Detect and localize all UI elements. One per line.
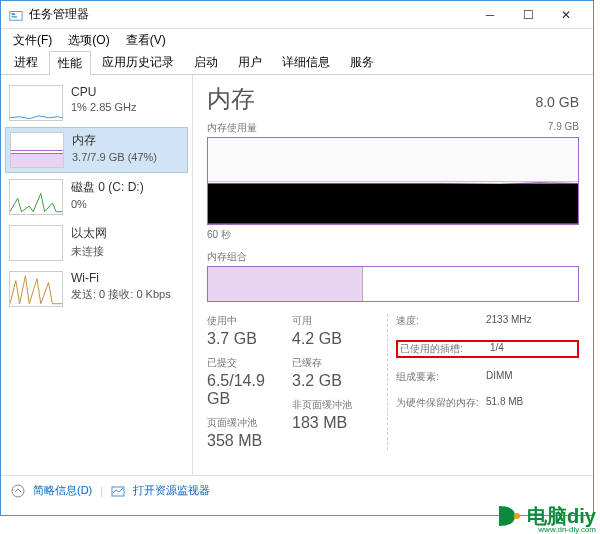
tab-services[interactable]: 服务 — [341, 50, 383, 74]
svg-rect-2 — [12, 15, 17, 17]
svg-point-6 — [514, 513, 520, 519]
usage-chart-max: 7.9 GB — [548, 121, 579, 135]
tab-startup[interactable]: 启动 — [185, 50, 227, 74]
sidebar: CPU1% 2.85 GHz 内存3.7/7.9 GB (47%) 磁盘 0 (… — [1, 75, 193, 475]
svg-rect-3 — [208, 184, 578, 224]
slots-label: 已使用的插槽: — [400, 342, 490, 356]
minimize-button[interactable]: ─ — [471, 2, 509, 28]
avail-label: 可用 — [292, 314, 387, 328]
slots-value: 1/4 — [490, 342, 504, 356]
memory-composition-chart — [207, 266, 579, 302]
cpu-thumb — [9, 85, 63, 121]
window-controls: ─ ☐ ✕ — [471, 2, 585, 28]
sidebar-item-sub: 未连接 — [71, 244, 184, 259]
open-resmon-link[interactable]: 打开资源监视器 — [133, 483, 210, 498]
watermark-url: www.dn-diy.com — [538, 525, 596, 534]
tab-users[interactable]: 用户 — [229, 50, 271, 74]
cached-value: 3.2 GB — [292, 372, 387, 390]
disk-thumb — [9, 179, 63, 215]
menu-file[interactable]: 文件(F) — [7, 30, 58, 51]
inuse-label: 使用中 — [207, 314, 292, 328]
paged-value: 358 MB — [207, 432, 292, 450]
sidebar-item-label: CPU — [71, 85, 184, 99]
sidebar-item-memory[interactable]: 内存3.7/7.9 GB (47%) — [5, 127, 188, 173]
maximize-button[interactable]: ☐ — [509, 2, 547, 28]
sidebar-item-label: Wi-Fi — [71, 271, 184, 285]
ethernet-thumb — [9, 225, 63, 261]
x-axis-label: 60 秒 — [207, 228, 579, 242]
menu-options[interactable]: 选项(O) — [62, 30, 115, 51]
memory-usage-chart — [207, 137, 579, 225]
nonpaged-label: 非页面缓冲池 — [292, 398, 387, 412]
wifi-thumb — [9, 271, 63, 307]
committed-value: 6.5/14.9 GB — [207, 372, 292, 408]
sidebar-item-cpu[interactable]: CPU1% 2.85 GHz — [5, 81, 188, 125]
paged-label: 页面缓冲池 — [207, 416, 292, 430]
main-panel: 内存 8.0 GB 内存使用量7.9 GB 60 秒 内存组合 使用中3.7 G… — [193, 75, 593, 475]
total-memory: 8.0 GB — [535, 94, 579, 110]
slots-row-highlighted: 已使用的插槽:1/4 — [396, 340, 579, 358]
sidebar-item-sub: 1% 2.85 GHz — [71, 101, 184, 113]
page-title: 内存 — [207, 83, 255, 115]
tab-app-history[interactable]: 应用历史记录 — [93, 50, 183, 74]
reserved-value: 51.8 MB — [486, 396, 523, 410]
task-manager-window: 任务管理器 ─ ☐ ✕ 文件(F) 选项(O) 查看(V) 进程 性能 应用历史… — [0, 0, 594, 516]
window-title: 任务管理器 — [29, 6, 471, 23]
separator: | — [100, 485, 103, 497]
speed-value: 2133 MHz — [486, 314, 532, 328]
svg-point-4 — [12, 485, 24, 497]
form-label: 组成要素: — [396, 370, 486, 384]
cached-label: 已缓存 — [292, 356, 387, 370]
reserved-label: 为硬件保留的内存: — [396, 396, 486, 410]
tab-performance[interactable]: 性能 — [49, 51, 91, 75]
sidebar-item-label: 磁盘 0 (C: D:) — [71, 179, 184, 196]
fewer-details-link[interactable]: 简略信息(D) — [33, 483, 92, 498]
svg-rect-1 — [12, 13, 16, 15]
committed-label: 已提交 — [207, 356, 292, 370]
composition-label: 内存组合 — [207, 250, 247, 264]
form-value: DIMM — [486, 370, 513, 384]
sidebar-item-sub: 发送: 0 接收: 0 Kbps — [71, 287, 184, 302]
tabbar: 进程 性能 应用历史记录 启动 用户 详细信息 服务 — [1, 51, 593, 75]
nonpaged-value: 183 MB — [292, 414, 387, 432]
menubar: 文件(F) 选项(O) 查看(V) — [1, 29, 593, 51]
usage-chart-label: 内存使用量 — [207, 121, 257, 135]
sidebar-item-label: 以太网 — [71, 225, 184, 242]
inuse-value: 3.7 GB — [207, 330, 292, 348]
watermark-logo-icon — [495, 502, 523, 530]
sidebar-item-label: 内存 — [72, 132, 183, 149]
resmon-icon — [111, 484, 125, 498]
tab-processes[interactable]: 进程 — [5, 50, 47, 74]
memory-thumb — [10, 132, 64, 168]
avail-value: 4.2 GB — [292, 330, 387, 348]
sidebar-item-ethernet[interactable]: 以太网未连接 — [5, 221, 188, 265]
sidebar-item-disk[interactable]: 磁盘 0 (C: D:)0% — [5, 175, 188, 219]
titlebar: 任务管理器 ─ ☐ ✕ — [1, 1, 593, 29]
sidebar-item-sub: 0% — [71, 198, 184, 210]
sidebar-item-wifi[interactable]: Wi-Fi发送: 0 接收: 0 Kbps — [5, 267, 188, 311]
sidebar-item-sub: 3.7/7.9 GB (47%) — [72, 151, 183, 163]
speed-label: 速度: — [396, 314, 486, 328]
app-icon — [9, 8, 23, 22]
tab-details[interactable]: 详细信息 — [273, 50, 339, 74]
close-button[interactable]: ✕ — [547, 2, 585, 28]
chevron-up-icon — [11, 484, 25, 498]
menu-view[interactable]: 查看(V) — [120, 30, 172, 51]
footer: 简略信息(D) | 打开资源监视器 — [1, 475, 593, 505]
